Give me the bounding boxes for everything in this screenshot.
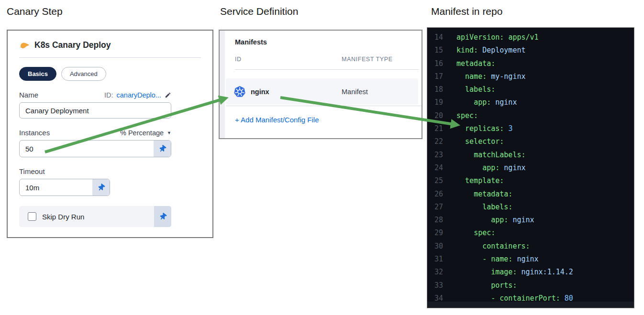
skip-dry-run-label: Skip Dry Run (42, 213, 154, 221)
manifests-title: Manifests (235, 38, 267, 46)
editor-scrollbar-strip[interactable] (427, 302, 634, 308)
pin-icon (157, 211, 167, 221)
timeout-runtime-pin-button[interactable] (92, 179, 110, 196)
code-line: 30 containers: (427, 240, 634, 253)
code-lines: 14apiVersion: apps/v115kind: Deployment1… (427, 31, 634, 305)
timeout-input-group: 10m (19, 179, 110, 196)
step-id-link[interactable]: canaryDeplo... (117, 91, 162, 99)
id-prefix: ID: (104, 91, 113, 99)
step-title: K8s Canary Deploy (34, 40, 111, 50)
skip-dry-run-row: Skip Dry Run (19, 206, 171, 227)
add-manifest-link[interactable]: + Add Manifest/Config File (235, 116, 319, 124)
instances-unit-dropdown[interactable]: % Percentage ▼ (120, 129, 171, 137)
code-line: 20spec: (427, 109, 634, 122)
tab-advanced[interactable]: Advanced (61, 67, 106, 81)
code-line: 27 labels: (427, 201, 634, 214)
code-line: 14apiVersion: apps/v1 (427, 31, 634, 44)
column-header-id: ID (235, 56, 242, 63)
pin-icon (96, 182, 106, 192)
manifest-type-cell: Manifest (342, 88, 368, 96)
manifest-code-editor[interactable]: 14apiVersion: apps/v115kind: Deployment1… (427, 27, 634, 308)
kubernetes-icon (233, 86, 246, 98)
service-definition-panel: Manifests ID MANIFEST TYPE nginx Manifes… (219, 30, 422, 139)
instances-label: Instances (19, 129, 50, 137)
code-line: 18 labels: (427, 83, 634, 96)
code-line: 19 app: nginx (427, 96, 634, 109)
code-line: 24 app: nginx (427, 162, 634, 174)
manifest-table-row[interactable]: nginx Manifest (226, 78, 418, 105)
code-line: 32 image: nginx:1.14.2 (427, 266, 634, 279)
name-input[interactable] (19, 102, 171, 119)
code-line: 29 spec: (427, 227, 634, 239)
name-label: Name (19, 91, 38, 99)
tab-row: Basics Advanced (19, 67, 201, 81)
code-line: 21 replicas: 3 (427, 122, 634, 135)
heading-manifest-in-repo: Manifest in repo (431, 6, 502, 17)
code-line: 17 name: my-nginx (427, 70, 634, 83)
panel-left-strip (220, 31, 225, 138)
instances-input-group: 50 (19, 140, 171, 157)
divider (19, 57, 201, 58)
timeout-input[interactable]: 10m (20, 179, 92, 196)
code-line: 23 matchLabels: (427, 149, 634, 162)
divider (226, 106, 422, 106)
tab-basics[interactable]: Basics (19, 67, 56, 81)
heading-service-definition: Service Definition (220, 6, 298, 17)
code-line: 22 selector: (427, 135, 634, 148)
code-line: 15kind: Deployment (427, 44, 634, 57)
divider (235, 69, 419, 70)
step-title-row: K8s Canary Deploy (19, 40, 201, 50)
instances-input[interactable]: 50 (20, 141, 154, 157)
skip-dry-run-runtime-pin-button[interactable] (154, 206, 171, 227)
skip-dry-run-checkbox[interactable] (28, 212, 36, 221)
edit-pencil-icon[interactable] (165, 92, 171, 98)
code-line: 25 template: (427, 174, 634, 187)
code-line: 16metadata: (427, 57, 634, 70)
instances-unit-label: % Percentage (120, 129, 164, 137)
pin-icon (157, 143, 167, 153)
manifest-id-cell: nginx (251, 88, 269, 96)
instances-runtime-pin-button[interactable] (154, 141, 171, 157)
canary-step-panel: K8s Canary Deploy Basics Advanced Name I… (7, 30, 213, 238)
heading-canary-step: Canary Step (7, 6, 63, 17)
chevron-down-icon: ▼ (167, 130, 171, 135)
timeout-label: Timeout (19, 167, 45, 175)
code-line: 31 - name: nginx (427, 253, 634, 266)
code-line: 33 ports: (427, 279, 634, 292)
code-line: 26 metadata: (427, 188, 634, 201)
canary-bird-icon (19, 41, 30, 50)
column-header-manifest-type: MANIFEST TYPE (342, 56, 393, 63)
code-line: 28 app: nginx (427, 214, 634, 227)
